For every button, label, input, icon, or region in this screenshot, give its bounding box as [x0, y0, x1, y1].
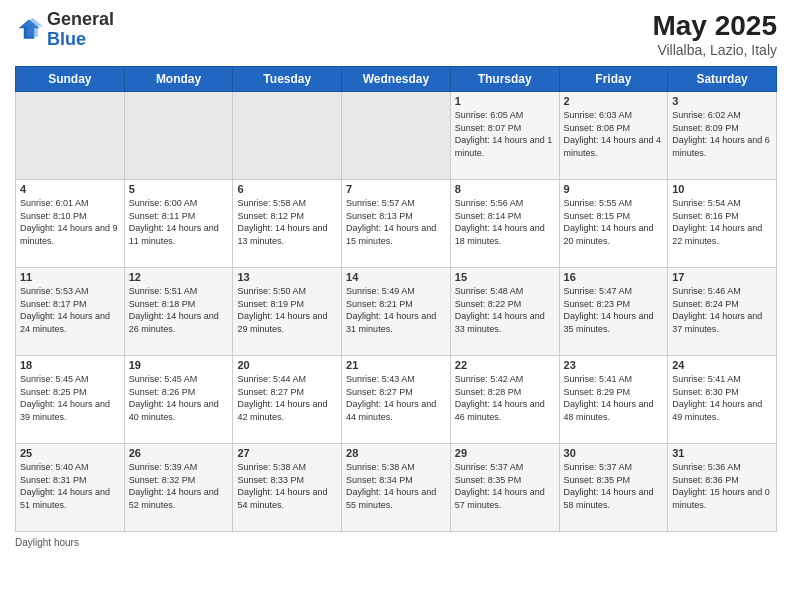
weekday-header: Sunday	[16, 67, 125, 92]
calendar-cell: 20Sunrise: 5:44 AM Sunset: 8:27 PM Dayli…	[233, 356, 342, 444]
cell-info: Sunrise: 5:37 AM Sunset: 8:35 PM Dayligh…	[564, 461, 664, 511]
calendar-cell: 9Sunrise: 5:55 AM Sunset: 8:15 PM Daylig…	[559, 180, 668, 268]
calendar-cell: 8Sunrise: 5:56 AM Sunset: 8:14 PM Daylig…	[450, 180, 559, 268]
day-number: 5	[129, 183, 229, 195]
weekday-header: Friday	[559, 67, 668, 92]
day-number: 1	[455, 95, 555, 107]
weekday-header: Tuesday	[233, 67, 342, 92]
day-number: 7	[346, 183, 446, 195]
day-number: 6	[237, 183, 337, 195]
weekday-header: Monday	[124, 67, 233, 92]
calendar-cell: 28Sunrise: 5:38 AM Sunset: 8:34 PM Dayli…	[342, 444, 451, 532]
cell-info: Sunrise: 5:42 AM Sunset: 8:28 PM Dayligh…	[455, 373, 555, 423]
cell-info: Sunrise: 5:45 AM Sunset: 8:26 PM Dayligh…	[129, 373, 229, 423]
calendar-cell: 26Sunrise: 5:39 AM Sunset: 8:32 PM Dayli…	[124, 444, 233, 532]
cell-info: Sunrise: 5:38 AM Sunset: 8:34 PM Dayligh…	[346, 461, 446, 511]
cell-info: Sunrise: 5:43 AM Sunset: 8:27 PM Dayligh…	[346, 373, 446, 423]
cell-info: Sunrise: 5:55 AM Sunset: 8:15 PM Dayligh…	[564, 197, 664, 247]
day-number: 10	[672, 183, 772, 195]
day-number: 14	[346, 271, 446, 283]
logo-general-text: General	[47, 9, 114, 29]
day-number: 17	[672, 271, 772, 283]
day-number: 20	[237, 359, 337, 371]
cell-info: Sunrise: 6:02 AM Sunset: 8:09 PM Dayligh…	[672, 109, 772, 159]
cell-info: Sunrise: 5:44 AM Sunset: 8:27 PM Dayligh…	[237, 373, 337, 423]
calendar-header: SundayMondayTuesdayWednesdayThursdayFrid…	[16, 67, 777, 92]
day-number: 16	[564, 271, 664, 283]
day-number: 11	[20, 271, 120, 283]
calendar-cell: 12Sunrise: 5:51 AM Sunset: 8:18 PM Dayli…	[124, 268, 233, 356]
day-number: 4	[20, 183, 120, 195]
weekday-header: Saturday	[668, 67, 777, 92]
day-number: 24	[672, 359, 772, 371]
cell-info: Sunrise: 5:45 AM Sunset: 8:25 PM Dayligh…	[20, 373, 120, 423]
cell-info: Sunrise: 5:39 AM Sunset: 8:32 PM Dayligh…	[129, 461, 229, 511]
calendar-table: SundayMondayTuesdayWednesdayThursdayFrid…	[15, 66, 777, 532]
day-number: 28	[346, 447, 446, 459]
cell-info: Sunrise: 5:47 AM Sunset: 8:23 PM Dayligh…	[564, 285, 664, 335]
day-number: 19	[129, 359, 229, 371]
calendar-cell: 6Sunrise: 5:58 AM Sunset: 8:12 PM Daylig…	[233, 180, 342, 268]
day-number: 23	[564, 359, 664, 371]
day-number: 22	[455, 359, 555, 371]
day-number: 15	[455, 271, 555, 283]
cell-info: Sunrise: 5:38 AM Sunset: 8:33 PM Dayligh…	[237, 461, 337, 511]
calendar-cell: 31Sunrise: 5:36 AM Sunset: 8:36 PM Dayli…	[668, 444, 777, 532]
cell-info: Sunrise: 5:49 AM Sunset: 8:21 PM Dayligh…	[346, 285, 446, 335]
calendar-cell: 25Sunrise: 5:40 AM Sunset: 8:31 PM Dayli…	[16, 444, 125, 532]
cell-info: Sunrise: 6:03 AM Sunset: 8:08 PM Dayligh…	[564, 109, 664, 159]
logo-text: General Blue	[47, 10, 114, 50]
cell-info: Sunrise: 5:41 AM Sunset: 8:29 PM Dayligh…	[564, 373, 664, 423]
weekday-header: Wednesday	[342, 67, 451, 92]
calendar-cell: 18Sunrise: 5:45 AM Sunset: 8:25 PM Dayli…	[16, 356, 125, 444]
logo-blue-text: Blue	[47, 29, 86, 49]
weekday-header: Thursday	[450, 67, 559, 92]
day-number: 29	[455, 447, 555, 459]
cell-info: Sunrise: 5:54 AM Sunset: 8:16 PM Dayligh…	[672, 197, 772, 247]
cell-info: Sunrise: 5:51 AM Sunset: 8:18 PM Dayligh…	[129, 285, 229, 335]
calendar-week-row: 25Sunrise: 5:40 AM Sunset: 8:31 PM Dayli…	[16, 444, 777, 532]
calendar-cell: 5Sunrise: 6:00 AM Sunset: 8:11 PM Daylig…	[124, 180, 233, 268]
title-location: Villalba, Lazio, Italy	[652, 42, 777, 58]
calendar-cell	[342, 92, 451, 180]
calendar-cell: 13Sunrise: 5:50 AM Sunset: 8:19 PM Dayli…	[233, 268, 342, 356]
day-number: 3	[672, 95, 772, 107]
title-month: May 2025	[652, 10, 777, 42]
day-number: 27	[237, 447, 337, 459]
cell-info: Sunrise: 5:46 AM Sunset: 8:24 PM Dayligh…	[672, 285, 772, 335]
cell-info: Sunrise: 5:58 AM Sunset: 8:12 PM Dayligh…	[237, 197, 337, 247]
day-number: 25	[20, 447, 120, 459]
cell-info: Sunrise: 6:05 AM Sunset: 8:07 PM Dayligh…	[455, 109, 555, 159]
calendar-body: 1Sunrise: 6:05 AM Sunset: 8:07 PM Daylig…	[16, 92, 777, 532]
calendar-cell: 14Sunrise: 5:49 AM Sunset: 8:21 PM Dayli…	[342, 268, 451, 356]
calendar-cell	[16, 92, 125, 180]
calendar-cell	[233, 92, 342, 180]
calendar-cell	[124, 92, 233, 180]
calendar-cell: 15Sunrise: 5:48 AM Sunset: 8:22 PM Dayli…	[450, 268, 559, 356]
calendar-cell: 4Sunrise: 6:01 AM Sunset: 8:10 PM Daylig…	[16, 180, 125, 268]
day-number: 8	[455, 183, 555, 195]
header: General Blue May 2025 Villalba, Lazio, I…	[15, 10, 777, 58]
cell-info: Sunrise: 5:41 AM Sunset: 8:30 PM Dayligh…	[672, 373, 772, 423]
cell-info: Sunrise: 5:37 AM Sunset: 8:35 PM Dayligh…	[455, 461, 555, 511]
logo: General Blue	[15, 10, 114, 50]
day-number: 26	[129, 447, 229, 459]
calendar-cell: 21Sunrise: 5:43 AM Sunset: 8:27 PM Dayli…	[342, 356, 451, 444]
calendar-week-row: 18Sunrise: 5:45 AM Sunset: 8:25 PM Dayli…	[16, 356, 777, 444]
calendar-cell: 1Sunrise: 6:05 AM Sunset: 8:07 PM Daylig…	[450, 92, 559, 180]
weekday-row: SundayMondayTuesdayWednesdayThursdayFrid…	[16, 67, 777, 92]
calendar-cell: 27Sunrise: 5:38 AM Sunset: 8:33 PM Dayli…	[233, 444, 342, 532]
legend: Daylight hours	[15, 537, 777, 548]
calendar-cell: 24Sunrise: 5:41 AM Sunset: 8:30 PM Dayli…	[668, 356, 777, 444]
cell-info: Sunrise: 5:56 AM Sunset: 8:14 PM Dayligh…	[455, 197, 555, 247]
calendar-cell: 2Sunrise: 6:03 AM Sunset: 8:08 PM Daylig…	[559, 92, 668, 180]
cell-info: Sunrise: 5:50 AM Sunset: 8:19 PM Dayligh…	[237, 285, 337, 335]
calendar-cell: 10Sunrise: 5:54 AM Sunset: 8:16 PM Dayli…	[668, 180, 777, 268]
day-number: 12	[129, 271, 229, 283]
calendar-cell: 16Sunrise: 5:47 AM Sunset: 8:23 PM Dayli…	[559, 268, 668, 356]
calendar-cell: 23Sunrise: 5:41 AM Sunset: 8:29 PM Dayli…	[559, 356, 668, 444]
calendar-cell: 17Sunrise: 5:46 AM Sunset: 8:24 PM Dayli…	[668, 268, 777, 356]
title-block: May 2025 Villalba, Lazio, Italy	[652, 10, 777, 58]
calendar-cell: 19Sunrise: 5:45 AM Sunset: 8:26 PM Dayli…	[124, 356, 233, 444]
cell-info: Sunrise: 5:36 AM Sunset: 8:36 PM Dayligh…	[672, 461, 772, 511]
